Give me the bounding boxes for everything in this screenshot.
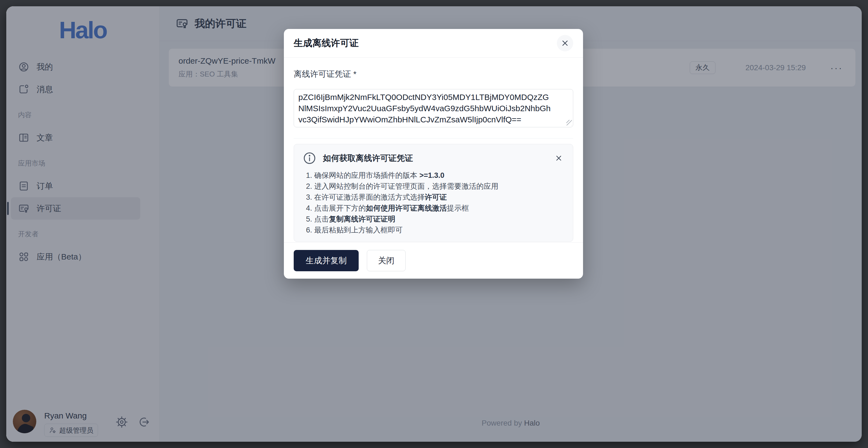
- info-icon: [303, 151, 316, 165]
- modal-header: 生成离线许可证: [284, 29, 583, 58]
- close-icon: [555, 154, 563, 162]
- credential-field-label: 离线许可证凭证 *: [294, 68, 573, 80]
- help-box-title: 如何获取离线许可证凭证: [323, 153, 413, 164]
- modal-footer: 生成并复制 关闭: [284, 242, 583, 279]
- credential-textarea[interactable]: pZCI6IjBmMjk2NmFkLTQ0ODctNDY3Yi05MDY1LTB…: [294, 89, 573, 127]
- help-step: 点击展开下方的如何使用许可证离线激活提示框: [306, 203, 564, 214]
- close-button[interactable]: 关闭: [367, 250, 406, 271]
- help-steps: 确保网站的应用市场插件的版本 >=1.3.0进入网站控制台的许可证管理页面，选择…: [303, 170, 564, 236]
- credential-label-text: 离线许可证凭证: [294, 69, 351, 79]
- body-divider: [294, 138, 573, 139]
- help-step: 点击复制离线许可证证明: [306, 214, 564, 225]
- modal-body: 离线许可证凭证 * pZCI6IjBmMjk2NmFkLTQ0ODctNDY3Y…: [284, 58, 583, 242]
- generate-offline-license-modal: 生成离线许可证 离线许可证凭证 * pZCI6IjBmMjk2NmFkLTQ0O…: [284, 29, 583, 279]
- help-box: 如何获取离线许可证凭证 确保网站的应用市场插件的版本 >=1.3.0进入网站控制…: [294, 144, 573, 242]
- modal-close-button[interactable]: [557, 35, 573, 51]
- modal-title: 生成离线许可证: [294, 37, 359, 50]
- credential-textarea-wrap: pZCI6IjBmMjk2NmFkLTQ0ODctNDY3Yi05MDY1LTB…: [294, 89, 573, 127]
- app-window: Halo 我的 消息 内容: [6, 6, 862, 442]
- help-step: 最后粘贴到上方输入框即可: [306, 225, 564, 236]
- required-asterisk: *: [353, 69, 356, 79]
- help-box-header: 如何获取离线许可证凭证: [303, 151, 564, 165]
- help-step: 确保网站的应用市场插件的版本 >=1.3.0: [306, 170, 564, 181]
- generate-and-copy-button[interactable]: 生成并复制: [294, 250, 359, 271]
- help-box-close-button[interactable]: [553, 154, 564, 162]
- help-step: 在许可证激活界面的激活方式选择许可证: [306, 192, 564, 203]
- close-icon: [561, 39, 569, 47]
- help-step: 进入网站控制台的许可证管理页面，选择需要激活的应用: [306, 181, 564, 192]
